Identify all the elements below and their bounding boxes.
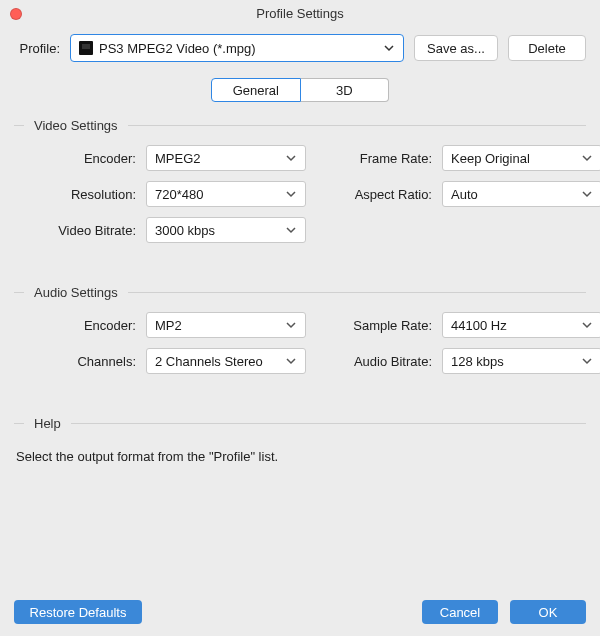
audio-bitrate-label: Audio Bitrate: [314,354,434,369]
chevron-down-icon [285,152,297,164]
restore-defaults-button[interactable]: Restore Defaults [14,600,142,624]
chevron-down-icon [285,319,297,331]
cancel-button[interactable]: Cancel [422,600,498,624]
frame-rate-label: Frame Rate: [314,151,434,166]
chevron-down-icon [285,188,297,200]
divider [14,423,24,424]
profile-select[interactable]: PS3 MPEG2 Video (*.mpg) [70,34,404,62]
resolution-select[interactable]: 720*480 [146,181,306,207]
resolution-value: 720*480 [155,187,203,202]
video-settings-legend: Video Settings [34,118,118,133]
channels-value: 2 Channels Stereo [155,354,263,369]
chevron-down-icon [383,42,395,54]
tab-general[interactable]: General [211,78,301,102]
tab-3d[interactable]: 3D [301,78,390,102]
frame-rate-select[interactable]: Keep Original [442,145,600,171]
audio-settings-legend: Audio Settings [34,285,118,300]
resolution-label: Resolution: [18,187,138,202]
audio-settings-group: Audio Settings Encoder: MP2 Sample Rate:… [14,285,586,374]
help-group: Help Select the output format from the "… [14,416,586,470]
aspect-ratio-select[interactable]: Auto [442,181,600,207]
sample-rate-label: Sample Rate: [314,318,434,333]
audio-encoder-value: MP2 [155,318,182,333]
save-as-button[interactable]: Save as... [414,35,498,61]
restore-defaults-label: Restore Defaults [30,605,127,620]
footer: Restore Defaults Cancel OK [0,600,600,624]
help-legend: Help [34,416,61,431]
frame-rate-value: Keep Original [451,151,530,166]
video-settings-group: Video Settings Encoder: MPEG2 Frame Rate… [14,118,586,243]
audio-encoder-select[interactable]: MP2 [146,312,306,338]
save-as-label: Save as... [427,41,485,56]
video-bitrate-value: 3000 kbps [155,223,215,238]
delete-label: Delete [528,41,566,56]
chevron-down-icon [285,355,297,367]
chevron-down-icon [285,224,297,236]
profile-label: Profile: [14,41,60,56]
video-bitrate-label: Video Bitrate: [18,223,138,238]
divider [128,292,586,293]
video-encoder-select[interactable]: MPEG2 [146,145,306,171]
channels-select[interactable]: 2 Channels Stereo [146,348,306,374]
audio-bitrate-value: 128 kbps [451,354,504,369]
video-bitrate-select[interactable]: 3000 kbps [146,217,306,243]
chevron-down-icon [581,319,593,331]
video-encoder-label: Encoder: [18,151,138,166]
help-text: Select the output format from the "Profi… [14,443,586,470]
device-icon [79,41,93,55]
sample-rate-value: 44100 Hz [451,318,507,333]
audio-bitrate-select[interactable]: 128 kbps [442,348,600,374]
tab-3d-label: 3D [336,83,353,98]
profile-row: Profile: PS3 MPEG2 Video (*.mpg) Save as… [0,30,600,66]
tab-general-label: General [233,83,279,98]
ok-label: OK [539,605,558,620]
audio-encoder-label: Encoder: [18,318,138,333]
window-title: Profile Settings [256,6,343,21]
divider [71,423,586,424]
chevron-down-icon [581,188,593,200]
profile-select-value: PS3 MPEG2 Video (*.mpg) [99,41,256,56]
divider [128,125,586,126]
divider [14,125,24,126]
tab-segmented: General 3D [211,78,389,102]
video-encoder-value: MPEG2 [155,151,201,166]
sample-rate-select[interactable]: 44100 Hz [442,312,600,338]
divider [14,292,24,293]
chevron-down-icon [581,355,593,367]
chevron-down-icon [581,152,593,164]
close-icon[interactable] [10,8,22,20]
titlebar: Profile Settings [0,0,600,28]
delete-button[interactable]: Delete [508,35,586,61]
channels-label: Channels: [18,354,138,369]
ok-button[interactable]: OK [510,600,586,624]
aspect-ratio-label: Aspect Ratio: [314,187,434,202]
aspect-ratio-value: Auto [451,187,478,202]
cancel-label: Cancel [440,605,480,620]
